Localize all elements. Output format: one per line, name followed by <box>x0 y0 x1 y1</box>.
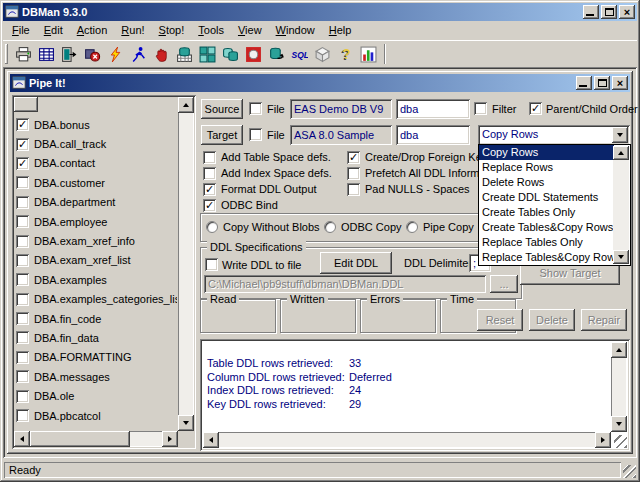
pipe-action-combobox[interactable]: Copy Rows <box>478 125 630 145</box>
toolbar-record-icon[interactable] <box>242 43 265 65</box>
table-checkbox[interactable] <box>16 293 29 306</box>
table-checkbox[interactable] <box>16 215 29 228</box>
table-list-item[interactable]: DBA.exam_xref_list <box>15 251 177 270</box>
copy-without-blobs-radio[interactable] <box>206 221 218 233</box>
menu-edit[interactable]: Edit <box>37 22 70 39</box>
source-database-field[interactable]: EAS Demo DB V9 <box>290 99 392 119</box>
combobox-dropdown-button[interactable] <box>612 127 628 143</box>
dropdown-option[interactable]: Replace Tables Only <box>479 235 614 250</box>
table-list-item[interactable]: DBA.department <box>15 193 177 212</box>
close-button[interactable]: × <box>619 5 635 19</box>
add-table-space-defs-checkbox[interactable] <box>203 151 216 164</box>
dropdown-option[interactable]: Create DDL Statements <box>479 190 614 205</box>
table-checkbox[interactable] <box>16 254 29 267</box>
scrollbar-thumb[interactable] <box>30 431 130 447</box>
target-database-field[interactable]: ASA 8.0 Sample <box>290 125 392 145</box>
maximize-button[interactable] <box>601 5 617 19</box>
table-list-item[interactable]: DBA.pbcatcol <box>15 406 177 425</box>
source-file-checkbox[interactable] <box>249 102 262 115</box>
odbc-copy-radio[interactable] <box>324 221 336 233</box>
toolbar-cancel-connect-icon[interactable] <box>81 43 104 65</box>
edit-ddl-button[interactable]: Edit DDL <box>320 252 392 274</box>
menu-tools[interactable]: Tools <box>191 22 231 39</box>
menu-stop[interactable]: Stop! <box>152 22 192 39</box>
toolbar-statistics-icon[interactable] <box>357 43 380 65</box>
table-list-item[interactable]: DBA.ole <box>15 386 177 405</box>
dropdown-option[interactable]: Create Tables Only <box>479 205 614 220</box>
table-checkbox[interactable] <box>16 331 29 344</box>
table-list-item[interactable]: DBA.examples <box>15 270 177 289</box>
scroll-left-button[interactable] <box>203 432 219 448</box>
table-list-item[interactable]: DBA.exam_xref_info <box>15 231 177 250</box>
create-drop-foreign-keys-checkbox[interactable]: ✓ <box>347 151 360 164</box>
scroll-up-button[interactable] <box>611 342 627 358</box>
scroll-right-button[interactable] <box>595 432 611 448</box>
table-list-horizontal-scrollbar[interactable] <box>14 431 178 447</box>
target-user-field[interactable]: dba <box>396 125 470 145</box>
table-list-item[interactable]: DBA.fin_data <box>15 328 177 347</box>
menu-action[interactable]: Action <box>70 22 115 39</box>
write-ddl-to-file-checkbox[interactable] <box>205 258 218 271</box>
menu-file[interactable]: File <box>5 22 37 39</box>
dropdown-scrollbar[interactable] <box>613 146 629 264</box>
menu-view[interactable]: View <box>231 22 269 39</box>
table-list-item[interactable]: DBA.messages <box>15 367 177 386</box>
pipe-maximize-button[interactable] <box>594 76 610 90</box>
scroll-down-button[interactable] <box>613 250 629 264</box>
table-checkbox[interactable] <box>16 176 29 189</box>
table-checkbox[interactable]: ✓ <box>16 157 29 170</box>
toolbar-sql-icon[interactable]: SQL <box>288 43 311 65</box>
table-checkbox[interactable] <box>16 312 29 325</box>
target-button[interactable]: Target <box>201 125 243 145</box>
table-list-vertical-scrollbar[interactable] <box>178 97 194 431</box>
table-list-item[interactable]: DBA.examples_categories_lis <box>15 290 177 309</box>
toolbar-run-icon[interactable] <box>127 43 150 65</box>
toolbar-stop-icon[interactable] <box>150 43 173 65</box>
table-checkbox[interactable]: ✓ <box>16 118 29 131</box>
pipe-minimize-button[interactable] <box>576 76 592 90</box>
pad-nulls-spaces-checkbox[interactable] <box>347 183 360 196</box>
toolbar-copy-database-icon[interactable] <box>219 43 242 65</box>
dropdown-option[interactable]: Replace Tables&Copy Rows <box>479 250 614 265</box>
table-list-item[interactable]: ✓DBA.call_track <box>15 134 177 153</box>
add-index-space-defs-checkbox[interactable] <box>203 167 216 180</box>
format-ddl-output-checkbox[interactable]: ✓ <box>203 183 216 196</box>
toolbar-db-grid-icon[interactable] <box>173 43 196 65</box>
menu-help[interactable]: Help <box>322 22 359 39</box>
parent-child-order-checkbox[interactable]: ✓ <box>529 102 542 115</box>
table-list-item[interactable]: ✓DBA.contact <box>15 154 177 173</box>
toolbar-exit-icon[interactable] <box>58 43 81 65</box>
dropdown-option[interactable]: Replace Rows <box>479 160 614 175</box>
dropdown-option[interactable]: Delete Rows <box>479 175 614 190</box>
dropdown-option[interactable]: Create Tables&Copy Rows <box>479 220 614 235</box>
pipe-copy-radio[interactable] <box>406 221 418 233</box>
table-checkbox[interactable] <box>16 273 29 286</box>
toolbar-db-export-icon[interactable] <box>265 43 288 65</box>
log-output[interactable]: Table DDL rows retrieved:33Column DDL ro… <box>200 339 630 451</box>
toolbar-package-icon[interactable] <box>311 43 334 65</box>
toolbar-tile-windows-icon[interactable] <box>196 43 219 65</box>
minimize-button[interactable] <box>583 5 599 19</box>
scroll-up-button[interactable] <box>613 146 629 160</box>
table-list-item[interactable]: DBA.fin_code <box>15 309 177 328</box>
source-button[interactable]: Source <box>201 99 243 119</box>
table-list-item[interactable]: DBA.customer <box>15 173 177 192</box>
table-checkbox[interactable] <box>16 390 29 403</box>
menu-run[interactable]: Run! <box>114 22 151 39</box>
toolbar-print-icon[interactable] <box>12 43 35 65</box>
table-checkbox[interactable] <box>16 409 29 422</box>
table-checkbox[interactable] <box>16 196 29 209</box>
target-file-checkbox[interactable] <box>249 128 262 141</box>
table-checkbox[interactable]: ✓ <box>16 138 29 151</box>
odbc-bind-checkbox[interactable]: ✓ <box>203 199 216 212</box>
table-list-item[interactable]: DBA.employee <box>15 212 177 231</box>
filter-checkbox[interactable] <box>474 102 487 115</box>
resize-grip-icon[interactable] <box>623 465 636 478</box>
scroll-down-button[interactable] <box>611 416 627 432</box>
toolbar-grip[interactable] <box>5 44 8 64</box>
toolbar-execute-icon[interactable] <box>104 43 127 65</box>
source-user-field[interactable]: dba <box>396 99 470 119</box>
menu-window[interactable]: Window <box>269 22 322 39</box>
pipe-close-button[interactable]: × <box>612 76 628 90</box>
toolbar-help-icon[interactable]: ?? <box>334 43 357 65</box>
